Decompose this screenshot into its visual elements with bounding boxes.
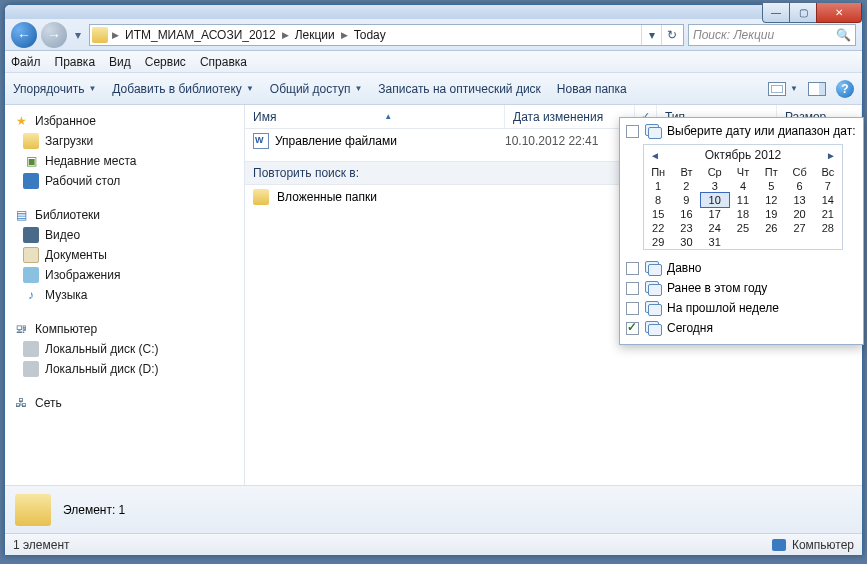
checkbox[interactable] [626, 262, 639, 275]
cal-day[interactable]: 13 [785, 193, 813, 207]
cal-day[interactable]: 31 [701, 235, 729, 249]
sort-arrow-icon: ▲ [384, 112, 392, 121]
share-button[interactable]: Общий доступ▼ [270, 82, 363, 96]
cal-day[interactable]: 18 [729, 207, 757, 221]
select-all-checkbox[interactable] [626, 125, 639, 138]
cal-day[interactable]: 11 [729, 193, 757, 207]
maximize-button[interactable]: ▢ [789, 3, 817, 23]
breadcrumb-sep[interactable]: ▶ [280, 30, 291, 40]
address-bar[interactable]: ▶ ИТМ_МИАМ_АСОЗИ_2012 ▶ Лекции ▶ Today ▾… [89, 24, 684, 46]
status-left: 1 элемент [13, 538, 70, 552]
add-to-library-button[interactable]: Добавить в библиотеку▼ [112, 82, 253, 96]
breadcrumb-seg-1[interactable]: Лекции [291, 28, 339, 42]
menu-edit[interactable]: Правка [55, 55, 96, 69]
cal-day[interactable]: 16 [672, 207, 700, 221]
view-icon [768, 82, 786, 96]
cal-day[interactable]: 4 [729, 179, 757, 193]
cal-day[interactable]: 21 [814, 207, 842, 221]
checkbox[interactable] [626, 282, 639, 295]
cal-day[interactable]: 28 [814, 221, 842, 235]
cal-next[interactable]: ► [826, 150, 836, 161]
music-icon: ♪ [23, 287, 39, 303]
cal-day[interactable]: 19 [757, 207, 785, 221]
checkbox[interactable] [626, 322, 639, 335]
cal-day[interactable]: 17 [701, 207, 729, 221]
desktop-icon [23, 173, 39, 189]
cal-day[interactable]: 8 [644, 193, 672, 207]
breadcrumb-seg-0[interactable]: ИТМ_МИАМ_АСОЗИ_2012 [121, 28, 280, 42]
organize-button[interactable]: Упорядочить▼ [13, 82, 96, 96]
cal-day[interactable]: 12 [757, 193, 785, 207]
back-button[interactable]: ← [11, 22, 37, 48]
col-name[interactable]: Имя▲ [245, 105, 505, 128]
breadcrumb-sep[interactable]: ▶ [339, 30, 350, 40]
nav-videos[interactable]: Видео [9, 225, 240, 245]
cal-day[interactable]: 5 [757, 179, 785, 193]
search-input[interactable]: Поиск: Лекции 🔍 [688, 24, 856, 46]
menu-tools[interactable]: Сервис [145, 55, 186, 69]
nav-disk-c[interactable]: Локальный диск (C:) [9, 339, 240, 359]
nav-music[interactable]: ♪Музыка [9, 285, 240, 305]
minimize-button[interactable]: — [762, 3, 790, 23]
breadcrumb-sep[interactable]: ▶ [110, 30, 121, 40]
close-button[interactable]: ✕ [816, 3, 862, 23]
cal-day[interactable]: 14 [814, 193, 842, 207]
date-option[interactable]: Ранее в этом году [626, 278, 857, 298]
col-date[interactable]: Дата изменения [505, 105, 635, 128]
nav-recent[interactable]: ▣Недавние места [9, 151, 240, 171]
cal-day[interactable]: 7 [814, 179, 842, 193]
date-option[interactable]: Сегодня [626, 318, 857, 338]
checkbox[interactable] [626, 302, 639, 315]
navigation-pane[interactable]: ★Избранное Загрузки ▣Недавние места Рабо… [5, 105, 245, 485]
cal-day[interactable]: 20 [785, 207, 813, 221]
breadcrumb-seg-2[interactable]: Today [350, 28, 390, 42]
date-option-label: Давно [667, 261, 701, 275]
cal-day[interactable]: 3 [701, 179, 729, 193]
menu-view[interactable]: Вид [109, 55, 131, 69]
view-mode-button[interactable]: ▼ [768, 82, 798, 96]
cal-month[interactable]: Октябрь 2012 [705, 148, 782, 162]
titlebar[interactable]: — ▢ ✕ [5, 5, 862, 19]
computer-header[interactable]: 🖳Компьютер [9, 319, 240, 339]
cal-day[interactable]: 1 [644, 179, 672, 193]
date-option[interactable]: На прошлой неделе [626, 298, 857, 318]
cal-day[interactable]: 10 [700, 192, 730, 208]
nav-disk-d[interactable]: Локальный диск (D:) [9, 359, 240, 379]
nav-history-dropdown[interactable]: ▾ [71, 28, 85, 42]
date-option-label: Сегодня [667, 321, 713, 335]
network-header[interactable]: 🖧Сеть [9, 393, 240, 413]
cal-day[interactable]: 23 [672, 221, 700, 235]
cal-day[interactable]: 27 [785, 221, 813, 235]
address-dropdown[interactable]: ▾ [641, 25, 661, 45]
menu-file[interactable]: Файл [11, 55, 41, 69]
nav-pictures[interactable]: Изображения [9, 265, 240, 285]
preview-pane-button[interactable] [808, 82, 826, 96]
nav-desktop[interactable]: Рабочий стол [9, 171, 240, 191]
cal-day[interactable]: 6 [785, 179, 813, 193]
cal-day[interactable]: 22 [644, 221, 672, 235]
cal-day[interactable]: 9 [672, 193, 700, 207]
forward-button[interactable]: → [41, 22, 67, 48]
cal-prev[interactable]: ◄ [650, 150, 660, 161]
cal-day[interactable]: 30 [672, 235, 700, 249]
refresh-button[interactable]: ↻ [661, 25, 681, 45]
new-folder-button[interactable]: Новая папка [557, 82, 627, 96]
cal-day[interactable]: 29 [644, 235, 672, 249]
date-option[interactable]: Давно [626, 258, 857, 278]
status-bar: 1 элемент Компьютер [5, 533, 862, 555]
menu-help[interactable]: Справка [200, 55, 247, 69]
cal-day[interactable]: 2 [672, 179, 700, 193]
nav-downloads[interactable]: Загрузки [9, 131, 240, 151]
libraries-header[interactable]: ▤Библиотеки [9, 205, 240, 225]
burn-button[interactable]: Записать на оптический диск [378, 82, 541, 96]
cal-day[interactable]: 26 [757, 221, 785, 235]
favorites-header[interactable]: ★Избранное [9, 111, 240, 131]
date-option-label: Ранее в этом году [667, 281, 767, 295]
nav-documents[interactable]: Документы [9, 245, 240, 265]
search-icon[interactable]: 🔍 [836, 28, 851, 42]
details-text: Элемент: 1 [63, 503, 125, 517]
cal-day[interactable]: 25 [729, 221, 757, 235]
cal-day[interactable]: 15 [644, 207, 672, 221]
cal-day[interactable]: 24 [701, 221, 729, 235]
help-button[interactable]: ? [836, 80, 854, 98]
